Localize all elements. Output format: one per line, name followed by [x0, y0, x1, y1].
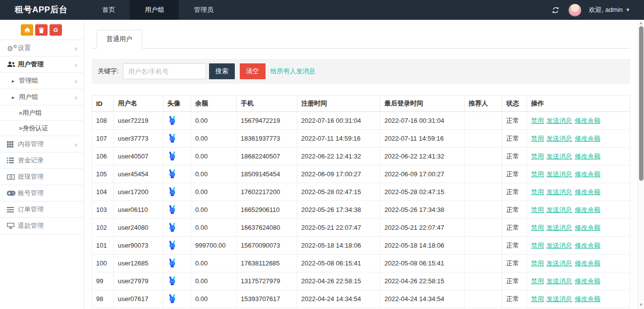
disable-user-link[interactable]: 禁用	[531, 277, 544, 285]
sidebar-item-label: 账号管理	[18, 189, 44, 198]
cell-phone: 15670090073	[237, 237, 297, 255]
send-message-link[interactable]: 发送消息	[546, 242, 572, 249]
refresh-icon[interactable]	[550, 4, 561, 16]
sidebar-item-label: »用户组	[19, 108, 42, 117]
cell-status: 正常	[502, 290, 527, 308]
sidebar-item-user-group[interactable]: ▸ 用户组 ›	[0, 89, 84, 105]
rabbit-avatar-icon	[167, 226, 177, 234]
send-message-link[interactable]: 发送消息	[546, 259, 572, 267]
modify-balance-link[interactable]: 修改余额	[575, 135, 600, 142]
sidebar-subitem-identity-verify[interactable]: »身份认证	[0, 121, 84, 136]
send-message-link[interactable]: 发送消息	[546, 224, 572, 231]
sidebar-item-label: 资金记录	[18, 156, 44, 165]
cell-avatar	[163, 290, 191, 308]
send-message-link[interactable]: 发送消息	[546, 170, 572, 178]
cell-actions: 禁用发送消息修改余额	[527, 272, 630, 290]
sidebar-item-admin-group[interactable]: ▸ 管理组 ›	[0, 73, 84, 89]
disable-user-link[interactable]: 禁用	[531, 117, 544, 124]
cell-phone: 15393707617	[237, 290, 297, 308]
disable-user-link[interactable]: 禁用	[531, 224, 544, 231]
cell-actions: 禁用发送消息修改余额	[527, 237, 630, 255]
cell-referrer	[465, 148, 502, 165]
clear-button[interactable]: 清空	[240, 63, 266, 79]
send-message-link[interactable]: 发送消息	[546, 135, 572, 142]
chevron-right-icon: ›	[75, 45, 77, 52]
trash-icon[interactable]	[35, 24, 48, 36]
sidebar-item-order-management[interactable]: 订单管理	[0, 202, 84, 218]
modify-balance-link[interactable]: 修改余额	[575, 295, 600, 303]
cell-status: 正常	[502, 183, 527, 201]
nav-item-home[interactable]: 首页	[87, 0, 130, 20]
sidebar-item-refund-management[interactable]: 退款管理	[0, 218, 84, 234]
modify-balance-link[interactable]: 修改余额	[575, 206, 600, 213]
disable-user-link[interactable]: 禁用	[531, 295, 544, 303]
table-row: 108 user72219 0.00 15679472219 2022-07-1…	[92, 112, 630, 130]
send-message-link[interactable]: 发送消息	[546, 117, 572, 124]
rabbit-avatar-icon	[167, 262, 177, 269]
modify-balance-link[interactable]: 修改余额	[575, 259, 600, 267]
keyword-input[interactable]	[123, 63, 206, 79]
col-reg-time: 注册时间	[297, 96, 380, 112]
chevron-right-icon: ›	[75, 77, 77, 85]
disable-user-link[interactable]: 禁用	[531, 242, 544, 249]
cell-username: user72219	[114, 112, 163, 130]
sidebar-item-content-management[interactable]: 内容管理 ›	[0, 136, 84, 153]
bars-icon	[7, 207, 18, 212]
vertical-scrollbar[interactable]: ▲ ▼	[638, 20, 644, 309]
cell-reg-time: 2022-04-24 14:34:54	[297, 290, 380, 308]
cell-avatar	[163, 219, 191, 237]
modify-balance-link[interactable]: 修改余额	[575, 170, 600, 178]
disable-user-link[interactable]: 禁用	[531, 153, 544, 160]
nav-item-user-group[interactable]: 用户组	[130, 0, 179, 20]
cell-reg-time: 2022-05-21 22:07:47	[297, 219, 380, 237]
col-avatar: 头像	[163, 96, 191, 112]
sidebar-item-label: 提现管理	[18, 172, 44, 181]
disable-user-link[interactable]: 禁用	[531, 135, 544, 142]
cell-last-login: 2022-04-26 22:58:15	[380, 272, 465, 290]
gamepad-icon	[7, 191, 18, 196]
modify-balance-link[interactable]: 修改余额	[575, 224, 600, 231]
table-row: 104 user17200 0.00 17602217200 2022-05-2…	[92, 183, 630, 201]
tab-normal-users[interactable]: 普通用户	[97, 30, 142, 49]
sidebar-item-withdrawal-management[interactable]: 提现管理	[0, 169, 84, 185]
disable-user-link[interactable]: 禁用	[531, 206, 544, 213]
keyword-label: 关键字:	[98, 67, 119, 76]
sidebar-item-user-management[interactable]: 用户管理 ›	[0, 56, 84, 73]
nav-menu: 首页 用户组 管理员	[87, 0, 228, 20]
table-row: 100 user12685 0.00 17638112685 2022-05-0…	[92, 255, 630, 272]
sidebar-item-account-management[interactable]: 账号管理	[0, 185, 84, 202]
scrollbar-down-arrow-icon[interactable]: ▼	[638, 302, 644, 308]
chevron-right-icon: ›	[75, 141, 77, 148]
modify-balance-link[interactable]: 修改余额	[575, 188, 600, 196]
send-message-link[interactable]: 发送消息	[546, 206, 572, 213]
disable-user-link[interactable]: 禁用	[531, 259, 544, 267]
table-row: 101 user90073 999700.00 15670090073 2022…	[92, 237, 630, 255]
disable-user-link[interactable]: 禁用	[531, 170, 544, 178]
sidebar-item-settings[interactable]: ⚙⚙ 设置 ›	[0, 40, 84, 56]
send-message-link[interactable]: 发送消息	[546, 153, 572, 160]
cell-status: 正常	[502, 272, 527, 290]
send-message-link[interactable]: 发送消息	[546, 188, 572, 196]
nav-item-admin[interactable]: 管理员	[179, 0, 228, 20]
sidebar-item-label: »身份认证	[19, 124, 48, 133]
broadcast-message-link[interactable]: 给所有人发消息	[270, 67, 316, 76]
search-button[interactable]: 搜索	[209, 63, 235, 79]
disable-user-link[interactable]: 禁用	[531, 188, 544, 196]
user-dropdown[interactable]: 欢迎, admin ▼	[589, 5, 630, 14]
cell-reg-time: 2022-05-26 17:34:38	[297, 201, 380, 219]
recycle-icon[interactable]: ♻	[50, 24, 62, 36]
modify-balance-link[interactable]: 修改余额	[575, 117, 600, 124]
send-message-link[interactable]: 发送消息	[546, 295, 572, 303]
scrollbar-up-arrow-icon[interactable]: ▲	[638, 20, 644, 26]
scrollbar-thumb[interactable]	[639, 26, 644, 181]
modify-balance-link[interactable]: 修改余额	[575, 277, 600, 285]
modify-balance-link[interactable]: 修改余额	[575, 242, 600, 249]
modify-balance-link[interactable]: 修改余额	[575, 153, 600, 160]
send-message-link[interactable]: 发送消息	[546, 277, 572, 285]
sidebar-item-fund-records[interactable]: 资金记录	[0, 153, 84, 169]
col-balance: 余额	[191, 96, 237, 112]
sidebar-subitem-user-group[interactable]: »用户组	[0, 105, 84, 121]
cell-username: user06110	[114, 201, 163, 219]
home-icon[interactable]	[21, 24, 33, 36]
user-avatar[interactable]	[568, 3, 582, 17]
